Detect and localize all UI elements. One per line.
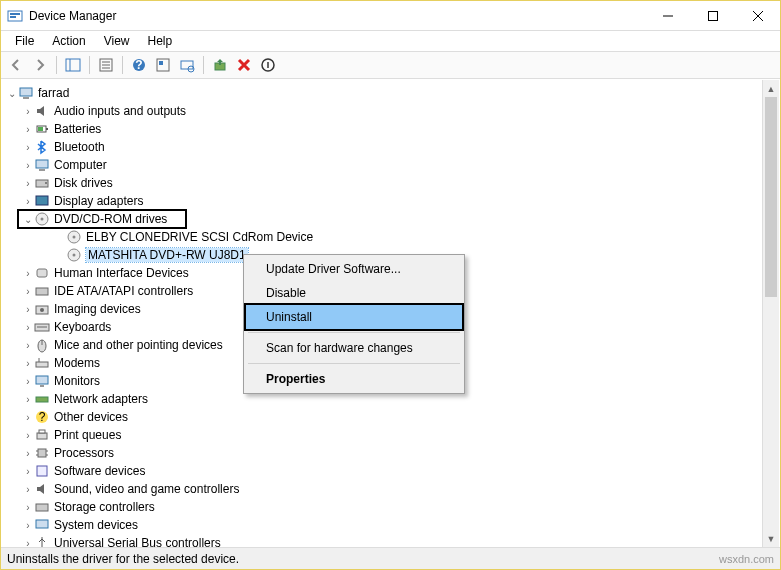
chevron-right-icon[interactable]: ›	[22, 466, 34, 477]
menu-help[interactable]: Help	[140, 32, 181, 50]
scroll-thumb[interactable]	[765, 97, 777, 297]
svg-rect-46	[36, 376, 48, 384]
svg-rect-4	[708, 11, 717, 20]
chevron-right-icon[interactable]: ›	[22, 412, 34, 423]
chevron-right-icon[interactable]: ›	[22, 448, 34, 459]
network-icon	[34, 391, 50, 407]
tree-root[interactable]: ⌄ farrad	[2, 84, 779, 102]
tree-item[interactable]: ›Bluetooth	[2, 138, 779, 156]
software-icon	[34, 463, 50, 479]
tree-item[interactable]: ›Sound, video and game controllers	[2, 480, 779, 498]
chevron-right-icon[interactable]: ›	[22, 430, 34, 441]
chevron-right-icon[interactable]: ›	[22, 178, 34, 189]
help-button[interactable]: ?	[128, 54, 150, 76]
tree-item[interactable]: ELBY CLONEDRIVE SCSI CdRom Device	[2, 228, 779, 246]
tree-item[interactable]: ›Audio inputs and outputs	[2, 102, 779, 120]
chevron-right-icon[interactable]: ›	[22, 106, 34, 117]
chevron-right-icon[interactable]: ›	[22, 484, 34, 495]
menu-file[interactable]: File	[7, 32, 42, 50]
usb-icon	[34, 535, 50, 547]
titlebar: Device Manager	[1, 1, 780, 31]
menubar: File Action View Help	[1, 31, 780, 51]
statusbar: Uninstalls the driver for the selected d…	[1, 547, 780, 569]
ctx-update-driver[interactable]: Update Driver Software...	[246, 257, 462, 281]
chevron-right-icon[interactable]: ›	[22, 196, 34, 207]
svg-rect-48	[36, 397, 48, 402]
chevron-right-icon[interactable]: ›	[22, 376, 34, 387]
svg-point-36	[73, 254, 76, 257]
chevron-right-icon[interactable]: ›	[22, 268, 34, 279]
tree-item[interactable]: ›Disk drives	[2, 174, 779, 192]
question-icon: ?	[34, 409, 50, 425]
minimize-button[interactable]	[645, 1, 690, 30]
scan-hardware-button[interactable]	[176, 54, 198, 76]
action-button[interactable]	[152, 54, 174, 76]
close-button[interactable]	[735, 1, 780, 30]
update-driver-button[interactable]	[209, 54, 231, 76]
chevron-right-icon[interactable]: ›	[22, 124, 34, 135]
ctx-properties[interactable]: Properties	[246, 367, 462, 391]
svg-rect-38	[36, 288, 48, 295]
chevron-right-icon[interactable]: ›	[22, 322, 34, 333]
svg-rect-26	[36, 160, 48, 168]
bluetooth-icon	[34, 139, 50, 155]
dvd-icon	[66, 229, 82, 245]
chevron-right-icon[interactable]: ›	[22, 286, 34, 297]
ctx-disable[interactable]: Disable	[246, 281, 462, 305]
chevron-right-icon[interactable]: ›	[22, 340, 34, 351]
scroll-up-button[interactable]: ▲	[763, 80, 779, 97]
back-button[interactable]	[5, 54, 27, 76]
chevron-right-icon[interactable]: ›	[22, 160, 34, 171]
svg-rect-58	[37, 466, 47, 476]
tree-item[interactable]: ›Universal Serial Bus controllers	[2, 534, 779, 547]
toolbar-separator	[203, 56, 204, 74]
disable-button[interactable]	[257, 54, 279, 76]
computer-icon	[34, 157, 50, 173]
svg-point-34	[73, 236, 76, 239]
menu-action[interactable]: Action	[44, 32, 93, 50]
controller-icon	[34, 499, 50, 515]
svg-text:?: ?	[135, 58, 142, 72]
show-hide-console-tree-button[interactable]	[62, 54, 84, 76]
printer-icon	[34, 427, 50, 443]
ctx-scan[interactable]: Scan for hardware changes	[246, 336, 462, 360]
chevron-right-icon[interactable]: ›	[22, 520, 34, 531]
tree-item-dvd[interactable]: ⌄DVD/CD-ROM drives	[18, 210, 186, 228]
chevron-down-icon[interactable]: ⌄	[6, 88, 18, 99]
menu-separator	[248, 332, 460, 333]
tree-item[interactable]: ›System devices	[2, 516, 779, 534]
tree-item[interactable]: ›Computer	[2, 156, 779, 174]
svg-rect-24	[46, 128, 48, 130]
disk-icon	[34, 175, 50, 191]
tree-item[interactable]: ›?Other devices	[2, 408, 779, 426]
vertical-scrollbar[interactable]: ▲ ▼	[762, 80, 779, 547]
properties-button[interactable]	[95, 54, 117, 76]
svg-rect-51	[37, 433, 47, 439]
hid-icon	[34, 265, 50, 281]
tree-item[interactable]: ›Software devices	[2, 462, 779, 480]
maximize-button[interactable]	[690, 1, 735, 30]
keyboard-icon	[34, 319, 50, 335]
tree-item[interactable]: ›Storage controllers	[2, 498, 779, 516]
dvd-icon	[66, 247, 82, 263]
chevron-right-icon[interactable]: ›	[22, 502, 34, 513]
uninstall-button[interactable]	[233, 54, 255, 76]
scroll-track[interactable]	[763, 97, 779, 530]
chevron-right-icon[interactable]: ›	[22, 142, 34, 153]
tree-item[interactable]: ›Processors	[2, 444, 779, 462]
toolbar: ?	[1, 51, 780, 79]
menu-view[interactable]: View	[96, 32, 138, 50]
forward-button[interactable]	[29, 54, 51, 76]
scroll-down-button[interactable]: ▼	[763, 530, 779, 547]
chevron-down-icon[interactable]: ⌄	[22, 214, 34, 225]
chevron-right-icon[interactable]: ›	[22, 358, 34, 369]
svg-point-32	[41, 218, 44, 221]
window-title: Device Manager	[29, 9, 645, 23]
tree-item[interactable]: ›Print queues	[2, 426, 779, 444]
ctx-uninstall[interactable]: Uninstall	[246, 305, 462, 329]
chevron-right-icon[interactable]: ›	[22, 304, 34, 315]
tree-item[interactable]: ›Display adapters	[2, 192, 779, 210]
chevron-right-icon[interactable]: ›	[22, 538, 34, 548]
tree-item[interactable]: ›Batteries	[2, 120, 779, 138]
chevron-right-icon[interactable]: ›	[22, 394, 34, 405]
